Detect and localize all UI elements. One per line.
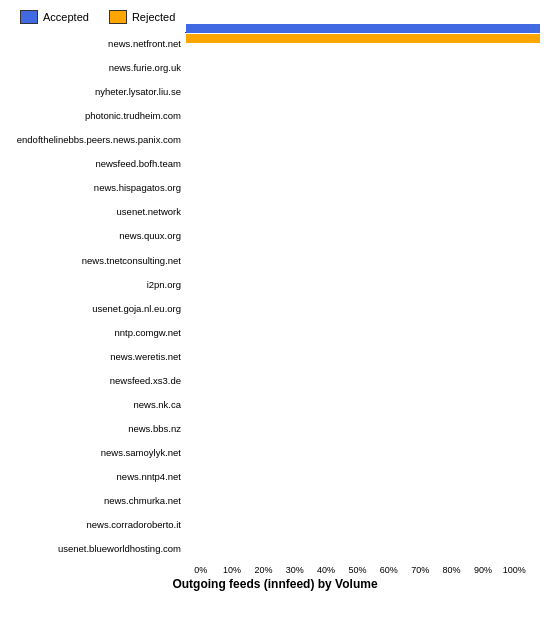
x-label: 80% (436, 565, 467, 575)
y-label: usenet.network (10, 207, 181, 217)
legend-accepted: Accepted (20, 10, 89, 24)
y-label: news.netfront.net (10, 39, 181, 49)
y-label: news.tnetconsulting.net (10, 256, 181, 266)
y-label: nntp.comgw.net (10, 328, 181, 338)
accepted-bar-row: 8863 (186, 24, 540, 33)
bars-inner: 2019926320197518880568987195539584515489… (186, 32, 540, 36)
x-label: 70% (405, 565, 436, 575)
y-label: usenet.goja.nl.eu.org (10, 304, 181, 314)
y-label: nyheter.lysator.liu.se (10, 87, 181, 97)
y-label: news.corradoroberto.it (10, 520, 181, 530)
y-label: news.chmurka.net (10, 496, 181, 506)
x-axis: 0%10%20%30%40%50%60%70%80%90%100% (185, 562, 540, 575)
chart-container: Accepted Rejected news.netfront.netnews.… (0, 0, 550, 630)
y-label: newsfeed.xs3.de (10, 376, 181, 386)
x-label: 100% (499, 565, 530, 575)
x-label: 10% (216, 565, 247, 575)
rejected-label: Rejected (132, 11, 175, 23)
y-label: news.samoylyk.net (10, 448, 181, 458)
x-label: 60% (373, 565, 404, 575)
x-label: 0% (185, 565, 216, 575)
y-axis: news.netfront.netnews.furie.org.uknyhete… (10, 32, 185, 562)
x-label: 50% (342, 565, 373, 575)
y-label: usenet.blueworldhosting.com (10, 544, 181, 554)
y-label: news.weretis.net (10, 352, 181, 362)
x-label: 30% (279, 565, 310, 575)
y-label: news.quux.org (10, 231, 181, 241)
x-label: 20% (248, 565, 279, 575)
y-label: newsfeed.bofh.team (10, 159, 181, 169)
legend: Accepted Rejected (20, 10, 540, 24)
accepted-label: Accepted (43, 11, 89, 23)
y-label: i2pn.org (10, 280, 181, 290)
bars-section: 2019926320197518880568987195539584515489… (185, 32, 540, 562)
y-label: photonic.trudheim.com (10, 111, 181, 121)
x-label: 90% (467, 565, 498, 575)
y-label: news.furie.org.uk (10, 63, 181, 73)
y-label: endofthelinebbs.peers.news.panix.com (10, 135, 181, 145)
accepted-icon (20, 10, 38, 24)
y-label: news.hispagatos.org (10, 183, 181, 193)
y-label: news.nk.ca (10, 400, 181, 410)
y-label: news.nntp4.net (10, 472, 181, 482)
rejected-icon (109, 10, 127, 24)
x-label: 40% (310, 565, 341, 575)
chart-title: Outgoing feeds (innfeed) by Volume (10, 577, 540, 591)
legend-rejected: Rejected (109, 10, 175, 24)
rejected-bar-row: 8863 (186, 34, 540, 43)
y-label: news.bbs.nz (10, 424, 181, 434)
